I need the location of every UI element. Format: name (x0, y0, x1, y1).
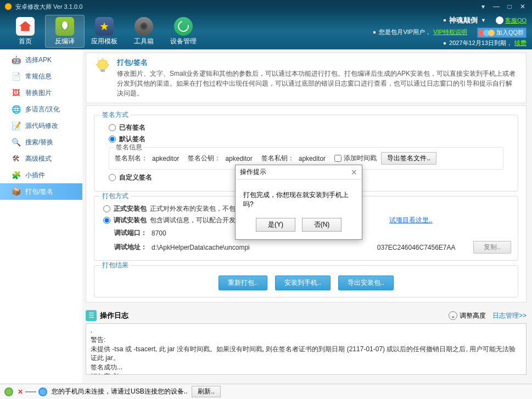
header: 首页 反编译 应用模板 工具箱 设备管理 神魂颠倒 ▼ 客服QQ 您是包月VIP… (0, 13, 532, 49)
dialog-message: 打包完成，你想现在就安装到手机上吗? (236, 179, 362, 218)
intro-panel: 打包/签名 修改图片、文字、Smali业务逻辑和其他的参数后，可以通过本功能进行… (86, 53, 527, 103)
code-icon: 📝 (11, 121, 21, 131)
app-title: 安卓修改大师 Ver 3.1.0.0 (15, 3, 82, 11)
nav-label: 反编译 (55, 37, 75, 46)
dialog-close-icon[interactable]: ✕ (351, 168, 357, 177)
debug-help-link[interactable]: 试项目看这里.. (389, 216, 433, 225)
star-icon (95, 17, 114, 36)
lightbulb-icon (94, 58, 111, 75)
port-label: 调试端口： (114, 228, 152, 238)
title-bar: 安卓修改大师 Ver 3.1.0.0 ▾ — □ ✕ (0, 0, 532, 13)
nav-label: 工具箱 (134, 37, 154, 46)
export-sign-button[interactable]: 导出签名文件.. (381, 152, 436, 165)
android-icon (55, 17, 74, 36)
addr-label: 调试地址： (114, 243, 152, 252)
dialog-no-button[interactable]: 否(N) (302, 218, 341, 232)
dropdown-icon[interactable]: ▾ (478, 3, 488, 10)
status-bar: ✕ 您的手机尚未连接，请通过USB连接您的设备.. 刷新.. (0, 384, 532, 399)
home-icon (16, 17, 35, 36)
qq-group-button[interactable]: 加入QQ群 (477, 27, 527, 38)
radio-label: 调试安装包 (114, 216, 147, 225)
sidebar-item-replace-image[interactable]: 🖼替换图片 (0, 85, 82, 101)
radio-default-sign[interactable] (109, 136, 116, 143)
export-apk-button[interactable]: 导出安装包.. (338, 276, 394, 290)
connection-dot-pc (38, 387, 47, 396)
sidebar-item-select-apk[interactable]: 🤖选择APK (0, 52, 82, 68)
nav-decompile[interactable]: 反编译 (45, 15, 85, 48)
sidebar-item-advanced[interactable]: 🛠高级模式 (0, 150, 82, 167)
close-button[interactable]: ✕ (518, 3, 528, 10)
intro-title: 打包/签名 (117, 58, 518, 68)
chevron-down-icon: ⌄ (449, 311, 457, 320)
sidebar-item-search[interactable]: 🔍搜索/替换 (0, 134, 82, 150)
confirm-dialog: 操作提示 ✕ 打包完成，你想现在就安装到手机上吗? 是(Y) 否(N) (235, 165, 362, 240)
privkey-value: apkeditor (299, 155, 326, 162)
nav-template[interactable]: 应用模板 (85, 15, 124, 48)
log-title: 操作日志 (100, 311, 128, 321)
vip-privilege-link[interactable]: VIP特权说明 (433, 28, 467, 36)
app-icon (4, 3, 12, 10)
intro-description: 修改图片、文字、Smali业务逻辑和其他的参数后，可以通过本功能进行打包。打包编… (117, 69, 518, 98)
log-manage-link[interactable]: 日志管理>> (492, 311, 527, 321)
svg-rect-1 (100, 69, 105, 72)
radio-label: 正式安装包 (114, 204, 147, 213)
log-header: ☰ 操作日志 ⌄调整高度 日志管理>> (86, 308, 527, 323)
sidebar-item-info[interactable]: 📄常规信息 (0, 68, 82, 85)
fieldset-legend: 打包方式 (100, 192, 131, 201)
fieldset-legend: 签名信息 (114, 143, 144, 152)
radio-label: 自定义签名 (119, 173, 152, 182)
sidebar: 🤖选择APK 📄常规信息 🖼替换图片 🌐多语言/汉化 📝源代码修改 🔍搜索/替换… (0, 49, 82, 383)
timestamp-checkbox[interactable] (334, 155, 341, 162)
globe-icon: 🌐 (11, 104, 21, 114)
refresh-button[interactable]: 刷新.. (192, 386, 221, 397)
connection-x-icon: ✕ (18, 388, 23, 396)
document-icon: 📄 (11, 71, 21, 81)
sidebar-item-language[interactable]: 🌐多语言/汉化 (0, 101, 82, 117)
pubkey-value: apkeditor (225, 155, 252, 162)
install-phone-button[interactable]: 安装到手机.. (275, 276, 331, 290)
nav-device[interactable]: 设备管理 (164, 15, 203, 48)
alias-value: apkeditor (152, 155, 179, 162)
addr-value: d:\ApkHelperData\cache\uncompi037EC24604… (152, 244, 473, 251)
user-name[interactable]: 神魂颠倒 (449, 15, 478, 25)
connection-dot-device (4, 387, 13, 396)
device-icon (174, 17, 193, 36)
wrench-icon: 🛠 (11, 154, 21, 164)
dialog-title: 操作提示 (240, 167, 351, 177)
status-text: 您的手机尚未连接，请通过USB连接您的设备.. (52, 387, 187, 396)
qq-service-link[interactable]: 客服QQ (496, 16, 527, 25)
search-icon: 🔍 (11, 137, 21, 147)
log-output[interactable]: . 警告: 未提供 -tsa 或 -tsacert, 此 jar 没有时间戳。如… (86, 323, 527, 375)
log-icon: ☰ (86, 310, 97, 321)
sidebar-item-source[interactable]: 📝源代码修改 (0, 117, 82, 134)
image-icon: 🖼 (11, 88, 21, 98)
radio-debug[interactable] (103, 217, 110, 224)
chevron-down-icon[interactable]: ▼ (481, 18, 486, 23)
nav-home[interactable]: 首页 (5, 15, 45, 48)
radio-custom-sign[interactable] (109, 174, 116, 181)
maximize-button[interactable]: □ (505, 3, 514, 10)
svg-point-0 (98, 60, 108, 70)
checkbox-label: 添加时间戳 (344, 154, 377, 163)
radio-existing-sign[interactable] (109, 124, 116, 131)
sidebar-item-package[interactable]: 📦打包/签名 (0, 183, 82, 200)
package-result-fieldset: 打包结果 重新打包.. 安装到手机.. 导出安装包.. (94, 265, 518, 297)
expire-text: 2027年12月13日到期， (449, 39, 512, 47)
nav-toolbox[interactable]: 工具箱 (124, 15, 164, 48)
repack-button[interactable]: 重新打包.. (219, 276, 267, 290)
qq-icon (496, 16, 503, 24)
nav-label: 应用模板 (91, 37, 117, 46)
adjust-height-button[interactable]: ⌄调整高度 (449, 311, 486, 321)
copy-button[interactable]: 复制.. (473, 241, 511, 254)
toolbox-icon (135, 17, 153, 36)
radio-label: 已有签名 (119, 123, 145, 132)
android-icon: 🤖 (11, 55, 21, 65)
fieldset-legend: 签名方式 (100, 110, 131, 120)
renew-link[interactable]: 续费 (514, 39, 527, 47)
sidebar-item-plugin[interactable]: 🧩小插件 (0, 167, 82, 183)
nav-label: 首页 (19, 37, 32, 46)
minimize-button[interactable]: — (491, 3, 501, 10)
dialog-yes-button[interactable]: 是(Y) (256, 218, 295, 232)
radio-release[interactable] (103, 205, 110, 212)
alias-label: 签名别名： (115, 154, 148, 163)
